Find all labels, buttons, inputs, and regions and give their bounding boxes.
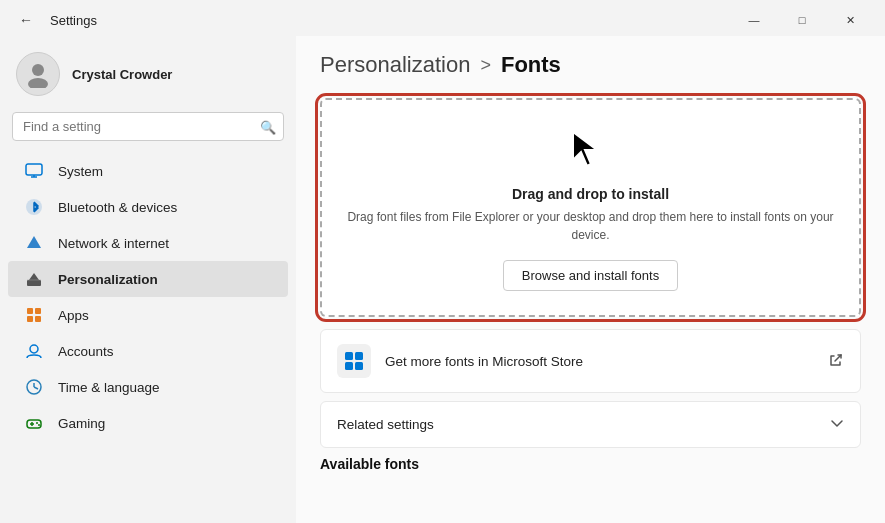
svg-rect-11 (27, 316, 33, 322)
sidebar-item-time[interactable]: Time & language (8, 369, 288, 405)
svg-point-1 (28, 78, 48, 88)
apps-icon (24, 305, 44, 325)
svg-rect-9 (27, 308, 33, 314)
bluetooth-icon (24, 197, 44, 217)
sidebar-item-label-system: System (58, 164, 103, 179)
page-header: Personalization > Fonts (320, 52, 861, 78)
content-area: Personalization > Fonts Drag and drop to… (296, 36, 885, 523)
window-controls: — □ ✕ (731, 6, 873, 34)
sidebar-item-gaming[interactable]: Gaming (8, 405, 288, 441)
title-bar-left: ← Settings (12, 6, 97, 34)
breadcrumb-parent: Personalization (320, 52, 470, 78)
svg-rect-12 (35, 316, 41, 322)
svg-rect-7 (27, 280, 41, 286)
search-box: 🔍 (12, 112, 284, 141)
svg-rect-25 (355, 362, 363, 370)
available-fonts-label: Available fonts (320, 456, 861, 472)
store-item-label: Get more fonts in Microsoft Store (385, 354, 583, 369)
drag-drop-zone[interactable]: Drag and drop to install Drag font files… (320, 98, 861, 317)
minimize-button[interactable]: — (731, 6, 777, 34)
sidebar-item-accounts[interactable]: Accounts (8, 333, 288, 369)
user-name: Crystal Crowder (72, 67, 172, 82)
store-item-left: Get more fonts in Microsoft Store (337, 344, 583, 378)
svg-rect-23 (355, 352, 363, 360)
chevron-down-icon (830, 416, 844, 433)
svg-point-20 (36, 422, 38, 424)
time-icon (24, 377, 44, 397)
sidebar-item-label-apps: Apps (58, 308, 89, 323)
svg-marker-6 (27, 236, 41, 248)
personalization-icon (24, 269, 44, 289)
gaming-icon (24, 413, 44, 433)
store-icon (337, 344, 371, 378)
page-title: Fonts (501, 52, 561, 78)
cursor-drag-icon (342, 124, 839, 176)
search-input[interactable] (12, 112, 284, 141)
sidebar-item-label-bluetooth: Bluetooth & devices (58, 200, 177, 215)
sidebar: Crystal Crowder 🔍 System (0, 36, 296, 523)
related-settings-item[interactable]: Related settings (320, 401, 861, 448)
title-bar: ← Settings — □ ✕ (0, 0, 885, 36)
store-item[interactable]: Get more fonts in Microsoft Store (320, 329, 861, 393)
related-settings-label: Related settings (337, 417, 434, 432)
sidebar-item-bluetooth[interactable]: Bluetooth & devices (8, 189, 288, 225)
svg-point-0 (32, 64, 44, 76)
accounts-icon (24, 341, 44, 361)
sidebar-item-personalization[interactable]: Personalization (8, 261, 288, 297)
svg-point-21 (38, 424, 40, 426)
svg-rect-24 (345, 362, 353, 370)
svg-point-13 (30, 345, 38, 353)
svg-rect-2 (26, 164, 42, 175)
breadcrumb-separator: > (480, 55, 491, 76)
sidebar-item-label-gaming: Gaming (58, 416, 105, 431)
svg-line-16 (34, 387, 38, 389)
sidebar-item-apps[interactable]: Apps (8, 297, 288, 333)
maximize-button[interactable]: □ (779, 6, 825, 34)
sidebar-item-label-time: Time & language (58, 380, 160, 395)
search-icon: 🔍 (260, 119, 276, 134)
sidebar-item-network[interactable]: Network & internet (8, 225, 288, 261)
svg-rect-10 (35, 308, 41, 314)
browse-install-button[interactable]: Browse and install fonts (503, 260, 678, 291)
sidebar-item-label-network: Network & internet (58, 236, 169, 251)
back-button[interactable]: ← (12, 6, 40, 34)
nav-controls: ← (12, 6, 40, 34)
network-icon (24, 233, 44, 253)
user-section: Crystal Crowder (0, 44, 296, 112)
drag-drop-subtitle: Drag font files from File Explorer or yo… (342, 208, 839, 244)
system-icon (24, 161, 44, 181)
sidebar-item-system[interactable]: System (8, 153, 288, 189)
svg-rect-22 (345, 352, 353, 360)
external-link-icon (828, 352, 844, 371)
drag-drop-title: Drag and drop to install (342, 186, 839, 202)
close-button[interactable]: ✕ (827, 6, 873, 34)
main-layout: Crystal Crowder 🔍 System (0, 36, 885, 523)
sidebar-item-label-accounts: Accounts (58, 344, 114, 359)
app-title: Settings (50, 13, 97, 28)
avatar (16, 52, 60, 96)
sidebar-item-label-personalization: Personalization (58, 272, 158, 287)
